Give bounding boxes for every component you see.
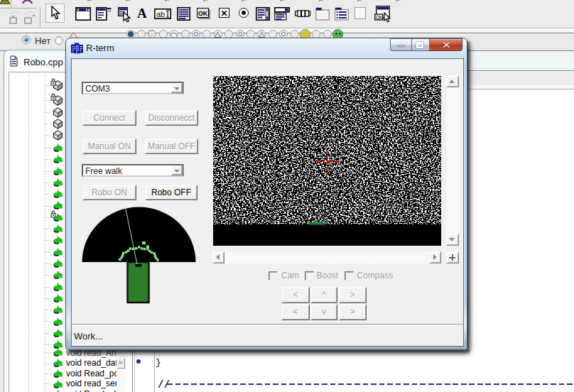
svg-text:OK: OK: [376, 15, 383, 20]
svg-text:ab: ab: [156, 10, 165, 18]
